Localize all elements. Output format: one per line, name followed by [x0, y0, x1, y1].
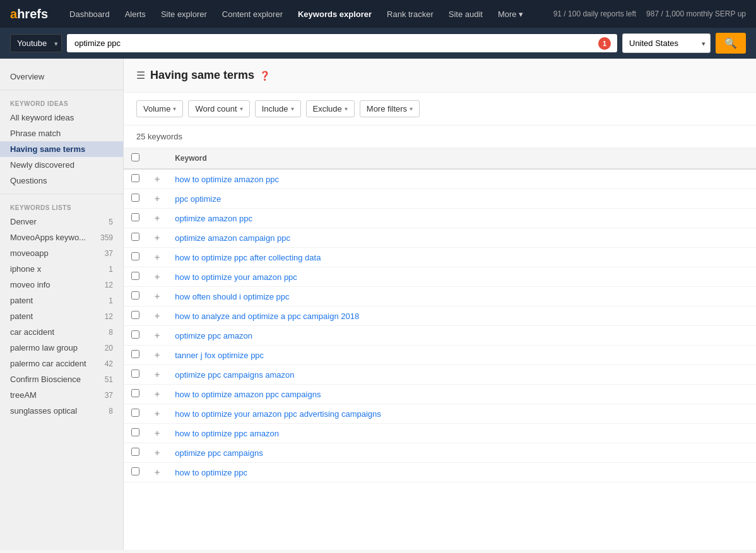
add-keyword-icon[interactable]: +: [155, 350, 160, 360]
filter-btn-word-count[interactable]: Word count ▾: [188, 100, 249, 117]
keyword-link[interactable]: optimize amazon campaign ppc: [175, 233, 290, 243]
row-checkbox-4[interactable]: [131, 252, 139, 260]
search-input[interactable]: [67, 34, 617, 52]
chevron-down-icon: ▾: [291, 105, 294, 112]
table-row: + optimize amazon campaign ppc: [124, 228, 756, 248]
table-row: + how to optimize amazon ppc campaigns: [124, 385, 756, 404]
sidebar-item-questions[interactable]: Questions: [0, 173, 123, 189]
nav-link-content-explorer[interactable]: Content explorer: [216, 6, 289, 23]
sidebar-list-item-8[interactable]: palermo law group20: [0, 340, 123, 356]
row-checkbox-11[interactable]: [131, 389, 139, 397]
sidebar-list-label: palermo law group: [10, 343, 78, 352]
sidebar-list-item-0[interactable]: Denver5: [0, 214, 123, 230]
sidebar-list-item-9[interactable]: palermo car accident42: [0, 356, 123, 371]
row-checkbox-15[interactable]: [131, 467, 139, 475]
keyword-link[interactable]: how to optimize your amazon ppc advertis…: [175, 409, 381, 419]
nav-link-keywords-explorer[interactable]: Keywords explorer: [292, 6, 378, 23]
nav-link-site-audit[interactable]: Site audit: [442, 6, 489, 23]
add-keyword-icon[interactable]: +: [155, 389, 160, 399]
row-checkbox-1[interactable]: [131, 194, 139, 202]
menu-icon[interactable]: ☰: [136, 69, 145, 81]
add-keyword-icon[interactable]: +: [155, 311, 160, 321]
row-checkbox-5[interactable]: [131, 272, 139, 280]
filter-btn-more-filters[interactable]: More filters ▾: [360, 100, 420, 117]
keyword-link[interactable]: optimize ppc campaigns amazon: [175, 370, 294, 380]
filter-btn-exclude[interactable]: Exclude ▾: [306, 100, 355, 117]
sidebar-list-item-4[interactable]: moveo info12: [0, 277, 123, 293]
sidebar-list-item-11[interactable]: treeAM37: [0, 387, 123, 403]
add-keyword-icon[interactable]: +: [155, 467, 160, 477]
keyword-link[interactable]: optimize ppc amazon: [175, 331, 252, 341]
row-keyword-cell: how often should i optimize ppc: [167, 287, 756, 306]
row-checkbox-14[interactable]: [131, 448, 139, 456]
row-checkbox-13[interactable]: [131, 428, 139, 436]
sidebar-list-item-2[interactable]: moveoapp37: [0, 245, 123, 261]
row-checkbox-12[interactable]: [131, 409, 139, 417]
help-icon[interactable]: ❓: [259, 71, 270, 81]
search-button[interactable]: 🔍: [716, 33, 746, 54]
keyword-link[interactable]: ppc optimize: [175, 194, 221, 204]
add-keyword-icon[interactable]: +: [155, 174, 160, 184]
row-keyword-cell: how to optimize amazon ppc: [167, 169, 756, 189]
row-checkbox-9[interactable]: [131, 350, 139, 358]
sidebar-list-item-7[interactable]: car accident8: [0, 324, 123, 340]
add-keyword-icon[interactable]: +: [155, 409, 160, 419]
add-keyword-icon[interactable]: +: [155, 272, 160, 282]
row-checkbox-6[interactable]: [131, 291, 139, 300]
keyword-link[interactable]: optimize ppc campaigns: [175, 448, 263, 458]
sidebar-list-item-10[interactable]: Confirm Bioscience51: [0, 371, 123, 387]
row-checkbox-3[interactable]: [131, 233, 139, 241]
country-select[interactable]: United States: [622, 33, 711, 53]
keyword-link[interactable]: how to optimize your amazon ppc: [175, 272, 297, 282]
add-keyword-icon[interactable]: +: [155, 252, 160, 262]
row-checkbox-7[interactable]: [131, 311, 139, 319]
sidebar-item-overview[interactable]: Overview: [0, 69, 123, 84]
add-keyword-icon[interactable]: +: [155, 370, 160, 380]
add-keyword-icon[interactable]: +: [155, 330, 160, 341]
sidebar-item-newly-discovered[interactable]: Newly discovered: [0, 157, 123, 173]
table-row: + optimize amazon ppc: [124, 209, 756, 228]
add-keyword-icon[interactable]: +: [155, 448, 160, 458]
add-keyword-icon[interactable]: +: [155, 428, 160, 438]
keyword-link[interactable]: optimize amazon ppc: [175, 214, 252, 223]
row-checkbox-2[interactable]: [131, 213, 139, 221]
search-icon: 🔍: [724, 38, 737, 49]
keyword-link[interactable]: how to optimize ppc amazon: [175, 429, 279, 438]
sidebar-list-item-6[interactable]: patent12: [0, 308, 123, 324]
keyword-link[interactable]: how to optimize amazon ppc campaigns: [175, 390, 321, 399]
nav-link-site-explorer[interactable]: Site explorer: [155, 6, 213, 23]
row-checkbox-0[interactable]: [131, 174, 139, 182]
sidebar-list-item-1[interactable]: MoveoApps keywo...359: [0, 230, 123, 245]
filter-btn-include[interactable]: Include ▾: [255, 100, 301, 117]
row-checkbox-8[interactable]: [131, 330, 139, 339]
keyword-link[interactable]: how to optimize ppc after collecting dat…: [175, 253, 321, 262]
add-keyword-icon[interactable]: +: [155, 194, 160, 204]
filter-btn-volume[interactable]: Volume ▾: [136, 100, 183, 117]
sidebar-list-item-5[interactable]: patent1: [0, 293, 123, 308]
add-keyword-icon[interactable]: +: [155, 233, 160, 243]
row-checkbox-10[interactable]: [131, 370, 139, 378]
nav-link-rank-tracker[interactable]: Rank tracker: [381, 6, 440, 23]
keywords-tbody: + how to optimize amazon ppc + ppc optim…: [124, 169, 756, 482]
sidebar-list-item-12[interactable]: sunglasses optical8: [0, 403, 123, 419]
add-keyword-icon[interactable]: +: [155, 213, 160, 223]
add-keyword-icon[interactable]: +: [155, 291, 160, 301]
nav-link-alerts[interactable]: Alerts: [119, 6, 152, 23]
sidebar-item-all-keyword-ideas[interactable]: All keyword ideas: [0, 110, 123, 125]
keyword-link[interactable]: how to analyze and optimize a ppc campai…: [175, 311, 359, 321]
sidebar-item-phrase-match[interactable]: Phrase match: [0, 125, 123, 141]
sidebar-item-having-same-terms[interactable]: Having same terms: [0, 141, 123, 157]
nav-link-dashboard[interactable]: Dashboard: [63, 6, 116, 23]
select-all-checkbox[interactable]: [131, 153, 139, 161]
source-select[interactable]: Youtube: [10, 34, 62, 52]
keyword-link[interactable]: tanner j fox optimize ppc: [175, 351, 264, 360]
search-bar: Youtube 1 United States 🔍: [0, 28, 756, 59]
chevron-down-icon: ▾: [173, 105, 176, 112]
logo[interactable]: ahrefs: [10, 7, 48, 21]
keyword-link[interactable]: how often should i optimize ppc: [175, 292, 289, 301]
nav-link-more-▾[interactable]: More ▾: [492, 6, 529, 23]
row-plus-cell: +: [147, 267, 167, 287]
keyword-link[interactable]: how to optimize ppc: [175, 468, 247, 477]
keyword-link[interactable]: how to optimize amazon ppc: [175, 175, 279, 184]
sidebar-list-item-3[interactable]: iphone x1: [0, 261, 123, 277]
